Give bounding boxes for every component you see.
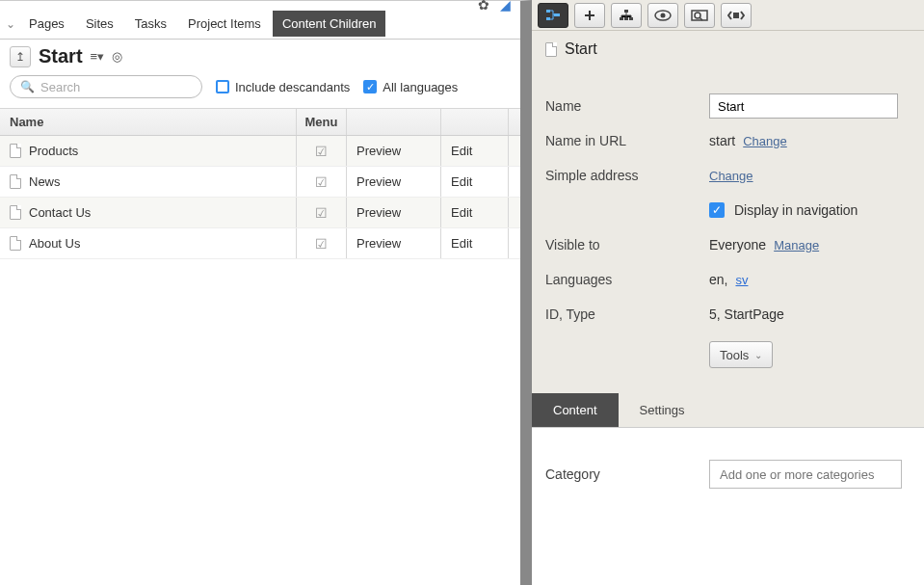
tools-dropdown[interactable]: Tools ⌄	[709, 341, 773, 368]
edit-link[interactable]: Edit	[451, 236, 472, 251]
change-url-link[interactable]: Change	[743, 134, 787, 148]
change-simple-address-link[interactable]: Change	[709, 169, 753, 183]
label-visible-to: Visible to	[545, 237, 700, 253]
tab-pages[interactable]: Pages	[19, 11, 74, 37]
tab-content[interactable]: Content	[532, 393, 619, 427]
preview-link[interactable]: Preview	[356, 205, 401, 220]
svg-rect-2	[554, 13, 560, 16]
label-name-in-url: Name in URL	[545, 133, 700, 148]
table-row[interactable]: News ☑ Preview Edit	[0, 167, 520, 198]
include-descendants-label: Include descandants	[235, 80, 350, 94]
tab-sites[interactable]: Sites	[76, 11, 123, 37]
content-tabs: Content Settings	[532, 393, 924, 428]
tools-label: Tools	[720, 348, 749, 362]
col-menu-header[interactable]: Menu	[297, 109, 347, 135]
preview-link[interactable]: Preview	[356, 174, 401, 189]
table-row[interactable]: Products ☑ Preview Edit	[0, 136, 520, 167]
lang-sv-link[interactable]: sv	[735, 273, 748, 287]
label-languages: Languages	[545, 272, 700, 287]
label-category: Category	[545, 466, 700, 482]
page-icon	[10, 174, 21, 189]
table-row[interactable]: Contact Us ☑ Preview Edit	[0, 198, 520, 228]
edit-link[interactable]: Edit	[451, 205, 472, 220]
right-title-row: Start	[532, 31, 924, 64]
search-row: 🔍 Include descandants All languages	[0, 75, 520, 108]
tree-button[interactable]	[538, 3, 568, 28]
table-row[interactable]: About Us ☑ Preview Edit	[0, 228, 520, 259]
checkbox-checked-icon	[363, 80, 377, 93]
table-header: Name Menu	[0, 109, 520, 136]
col-edit-header	[441, 109, 509, 135]
search-input[interactable]	[40, 80, 202, 94]
page-icon	[10, 205, 21, 220]
svg-rect-1	[546, 17, 550, 20]
edit-link[interactable]: Edit	[451, 174, 472, 189]
label-simple-address: Simple address	[545, 168, 700, 183]
right-page-title: Start	[565, 40, 597, 58]
expand-button[interactable]	[721, 3, 752, 28]
page-title: Start	[39, 45, 83, 67]
tab-content-children[interactable]: Content Children	[273, 11, 386, 37]
preview-link[interactable]: Preview	[356, 236, 401, 251]
row-name: Contact Us	[29, 205, 91, 220]
preview-link[interactable]: Preview	[356, 144, 401, 158]
title-row: ↥ Start ≡▾ ◎	[0, 40, 520, 75]
pin-icon[interactable]: ◢	[500, 0, 511, 13]
add-button[interactable]	[574, 3, 605, 28]
sitemap-button[interactable]	[611, 3, 642, 28]
menu-checked-icon: ☑	[315, 205, 328, 221]
compare-button[interactable]	[684, 3, 715, 28]
row-name: News	[29, 174, 61, 189]
all-languages-checkbox[interactable]: All languages	[363, 80, 458, 94]
all-languages-label: All languages	[383, 80, 458, 94]
row-name: About Us	[29, 236, 80, 251]
page-icon	[10, 236, 21, 251]
chevron-down-icon: ⌄	[754, 350, 762, 360]
name-input[interactable]	[709, 93, 898, 119]
page-icon	[545, 42, 557, 57]
up-button[interactable]: ↥	[10, 46, 31, 67]
left-settings-bar: ✿ ◢	[0, 1, 520, 9]
checkbox-unchecked-icon	[216, 80, 229, 93]
left-tabs: ⌄ Pages Sites Tasks Project Items Conten…	[0, 9, 520, 40]
edit-link[interactable]: Edit	[451, 144, 472, 158]
tab-tasks[interactable]: Tasks	[125, 11, 176, 37]
value-lang-en: en,	[709, 272, 727, 287]
menu-checked-icon: ☑	[315, 144, 328, 159]
svg-rect-6	[629, 17, 633, 20]
svg-rect-5	[624, 17, 628, 20]
tab-project-items[interactable]: Project Items	[178, 11, 271, 37]
page-icon	[10, 144, 21, 158]
right-toolbar	[532, 0, 924, 31]
svg-rect-3	[624, 10, 628, 13]
menu-checked-icon: ☑	[315, 174, 328, 190]
label-name: Name	[545, 98, 700, 114]
right-pane: Start Name Name in URL start Change Simp…	[532, 0, 924, 585]
gear-icon[interactable]: ✿	[478, 0, 489, 13]
svg-point-8	[661, 13, 666, 17]
svg-rect-0	[546, 10, 550, 13]
include-descendants-checkbox[interactable]: Include descandants	[216, 80, 350, 94]
properties-panel: Name Name in URL start Change Simple add…	[532, 64, 924, 384]
display-in-nav-label: Display in navigation	[734, 202, 858, 218]
chevron-down-icon[interactable]: ⌄	[4, 17, 17, 31]
col-preview-header	[347, 109, 441, 135]
manage-link[interactable]: Manage	[774, 238, 819, 253]
content-body: Category	[532, 428, 924, 585]
tab-settings[interactable]: Settings	[619, 393, 706, 427]
left-pane: ✿ ◢ ⌄ Pages Sites Tasks Project Items Co…	[0, 0, 532, 585]
target-icon[interactable]: ◎	[112, 49, 122, 64]
checkbox-checked-icon	[709, 202, 725, 218]
preview-button[interactable]	[647, 3, 678, 28]
svg-rect-4	[620, 17, 623, 20]
menu-checked-icon: ☑	[315, 236, 328, 252]
category-input[interactable]	[709, 460, 902, 489]
col-name-header[interactable]: Name	[0, 109, 297, 135]
svg-rect-11	[733, 13, 739, 18]
search-box: 🔍	[10, 75, 202, 98]
list-menu-icon[interactable]: ≡▾	[91, 49, 105, 64]
label-id-type: ID, Type	[545, 306, 700, 322]
value-visible-to: Everyone	[709, 237, 766, 253]
value-name-in-url: start	[709, 133, 735, 148]
display-in-nav-checkbox[interactable]: Display in navigation	[709, 202, 858, 218]
